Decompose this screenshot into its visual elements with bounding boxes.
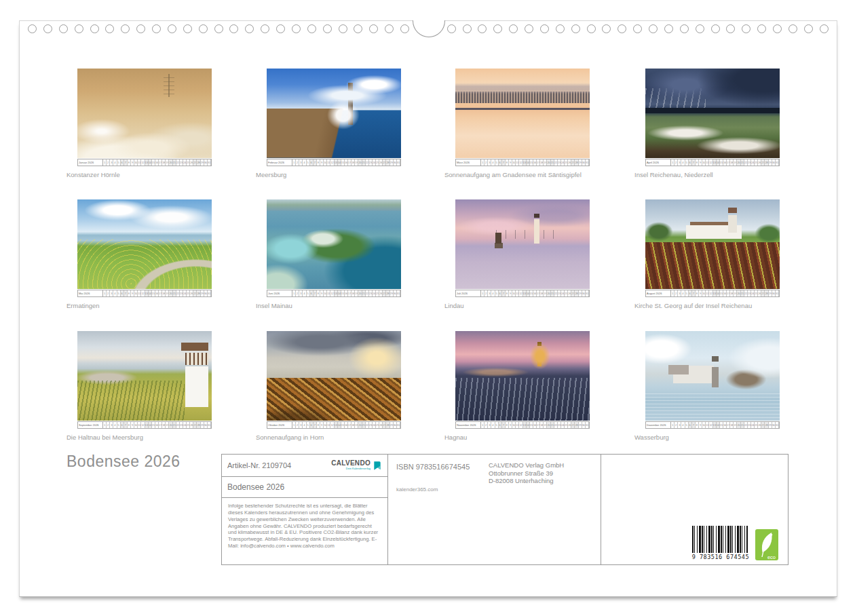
mini-date-strip: Juni 2026 123456789101112131415161718192… bbox=[267, 290, 401, 297]
mini-month-label: August 2026 bbox=[646, 290, 671, 296]
binding-hole bbox=[323, 24, 332, 33]
publisher-name: CALVENDO Verlag GmbH bbox=[489, 461, 564, 469]
binding-hole bbox=[75, 24, 83, 33]
eco-label-icon: eco bbox=[755, 529, 778, 560]
binding-hole bbox=[229, 24, 238, 33]
binding-hole bbox=[59, 24, 68, 33]
product-image: Januar 2026 1234567891011121314151617181… bbox=[0, 0, 855, 616]
mini-month-label: Januar 2026 bbox=[78, 159, 103, 166]
eco-label-text: eco bbox=[767, 554, 776, 560]
calendar-month-thumbnail: September 2026 1234567891011121314151617… bbox=[77, 331, 212, 441]
calendar-month-thumbnail: Dezember 2026 12345678910111213141516171… bbox=[645, 331, 780, 441]
imprint-right-column: 9 783516 674545 eco bbox=[601, 455, 788, 564]
binding-hole bbox=[602, 24, 611, 33]
mini-day-cell: 31 bbox=[208, 422, 211, 428]
month-photo bbox=[455, 69, 590, 158]
thumbnail-caption: Insel Mainau bbox=[256, 302, 401, 309]
calendar-month-thumbnail: Oktober 2026 123456789101112131415161718… bbox=[267, 331, 401, 441]
thumbnail-caption: Meersburg bbox=[256, 171, 401, 178]
calendar-month-thumbnail: Februar 2026 123456789101112131415161718… bbox=[267, 69, 401, 178]
binding-hole bbox=[214, 24, 223, 33]
publisher-street: Ottobrunner Straße 39 bbox=[489, 469, 564, 478]
binding-hole bbox=[493, 24, 502, 33]
isbn-number: ISBN 9783516674545 bbox=[396, 463, 470, 471]
month-photo bbox=[77, 331, 212, 421]
legal-text: Infolge bestehender Schutzrechte ist es … bbox=[222, 498, 387, 554]
binding-hole bbox=[788, 24, 797, 33]
mini-date-strip: August 2026 1234567891011121314151617181… bbox=[645, 290, 780, 297]
binding-hole bbox=[400, 24, 409, 33]
imprint-left-column: Artikel-Nr. 2109704 CALVENDO Dein Kalend… bbox=[222, 455, 388, 564]
binding-hole bbox=[509, 24, 518, 33]
binding-hole bbox=[556, 24, 565, 33]
publisher-address: CALVENDO Verlag GmbH Ottobrunner Straße … bbox=[489, 461, 564, 485]
ean-barcode: 9 783516 674545 bbox=[692, 526, 749, 560]
binding-hole bbox=[633, 24, 642, 33]
mini-day-row: 1234567891011121314151617181920212223242… bbox=[103, 422, 211, 428]
mini-month-label: Oktober 2026 bbox=[267, 422, 292, 428]
binding-hole bbox=[261, 24, 269, 33]
mini-day-row: 1234567891011121314151617181920212223242… bbox=[292, 422, 400, 428]
binding-hole bbox=[447, 24, 456, 33]
barcode-digits: 9 783516 674545 bbox=[692, 554, 749, 560]
mini-month-label: Mai 2026 bbox=[78, 290, 103, 296]
barcode-block: 9 783516 674545 eco bbox=[692, 526, 778, 560]
calendar-month-thumbnail: April 2026 12345678910111213141516171819… bbox=[645, 69, 780, 178]
mini-date-strip: Februar 2026 123456789101112131415161718… bbox=[267, 159, 401, 166]
thumbnail-caption: Konstanzer Hörnle bbox=[66, 171, 212, 178]
mini-day-cell: 31 bbox=[776, 290, 779, 296]
mini-month-label: Dezember 2026 bbox=[646, 422, 671, 428]
binding-hole bbox=[369, 24, 378, 33]
binding-hole bbox=[307, 24, 316, 33]
binding-hole bbox=[618, 24, 626, 33]
binding-hole bbox=[540, 24, 549, 33]
mini-month-label: April 2026 bbox=[646, 159, 671, 166]
binding-hole bbox=[339, 24, 347, 33]
calendar-title: Bodensee 2026 bbox=[222, 477, 387, 498]
calvendo-logo-text: CALVENDO Dein Kalenderverlag bbox=[331, 460, 370, 471]
mini-day-cell: 31 bbox=[586, 290, 589, 296]
mini-day-cell: 31 bbox=[776, 422, 779, 428]
calvendo-logo: CALVENDO Dein Kalenderverlag bbox=[331, 460, 382, 471]
mini-day-cell: 31 bbox=[586, 422, 589, 428]
binding-hole bbox=[152, 24, 161, 33]
calendar-back-page: Januar 2026 1234567891011121314151617181… bbox=[19, 20, 837, 597]
calvendo-flag-icon bbox=[373, 461, 382, 471]
mini-date-strip: Juli 2026 123456789101112131415161718192… bbox=[455, 290, 590, 297]
binding-hole bbox=[757, 24, 766, 33]
binding-hole bbox=[136, 24, 145, 33]
mini-month-label: Juli 2026 bbox=[456, 290, 481, 296]
imprint-middle-column: ISBN 9783516674545 kalender365.com CALVE… bbox=[388, 455, 601, 564]
mini-day-cell: 31 bbox=[776, 159, 779, 166]
mini-day-cell: 31 bbox=[208, 159, 211, 166]
calendar-month-thumbnail: Juli 2026 123456789101112131415161718192… bbox=[455, 199, 590, 309]
thumbnail-caption: Ermatingen bbox=[66, 302, 212, 309]
binding-hole bbox=[292, 24, 301, 33]
binding-hole bbox=[820, 24, 829, 33]
thumbnail-caption: Lindau bbox=[444, 302, 590, 309]
mini-date-strip: Oktober 2026 123456789101112131415161718… bbox=[267, 421, 401, 429]
mini-month-label: März 2026 bbox=[456, 159, 481, 166]
binding-hole bbox=[804, 24, 813, 33]
mini-day-row: 1234567891011121314151617181920212223242… bbox=[671, 422, 779, 428]
mini-month-label: September 2026 bbox=[78, 422, 103, 428]
binding-hole bbox=[354, 24, 362, 33]
calendar-month-thumbnail: Juni 2026 123456789101112131415161718192… bbox=[267, 199, 401, 309]
mini-day-row: 1234567891011121314151617181920212223242… bbox=[671, 159, 779, 166]
mini-month-label: Februar 2026 bbox=[267, 159, 292, 166]
mini-day-cell: 31 bbox=[397, 290, 400, 296]
thumbnail-caption: Sonnenaufgang in Horn bbox=[256, 434, 401, 441]
binding-hole bbox=[649, 24, 658, 33]
mini-date-strip: November 2026 12345678910111213141516171… bbox=[455, 421, 590, 429]
binding-hole bbox=[43, 24, 52, 33]
mini-day-row: 1234567891011121314151617181920212223242… bbox=[103, 290, 211, 296]
calvendo-logo-tagline: Dein Kalenderverlag bbox=[346, 467, 370, 471]
month-photo bbox=[645, 69, 780, 158]
mini-date-strip: April 2026 12345678910111213141516171819… bbox=[645, 159, 780, 166]
binding-hole bbox=[587, 24, 596, 33]
publisher-city: D-82008 Unterhaching bbox=[489, 477, 564, 485]
thumbnail-caption: Die Haltnau bei Meersburg bbox=[66, 434, 212, 441]
mini-date-strip: Mai 2026 1234567891011121314151617181920… bbox=[77, 290, 212, 297]
mini-day-row: 1234567891011121314151617181920212223242… bbox=[481, 159, 589, 166]
binding-hole bbox=[199, 24, 208, 33]
